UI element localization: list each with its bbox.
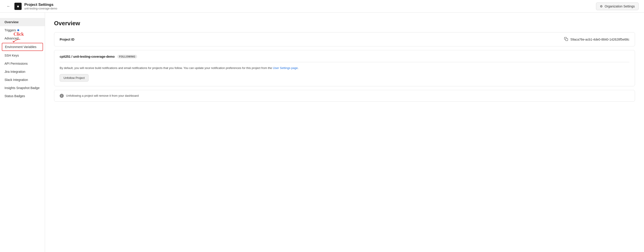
sidebar-item-wrapper-insights-badge: Insights Snapshot Badge [0,84,45,92]
sidebar-item-label-advanced: Advanced [4,37,18,40]
sidebar-item-label-env-vars: Environment Variables [5,45,36,49]
follow-desc-part2: . [298,66,298,70]
sidebar-item-label-status-badges: Status Badges [4,94,25,98]
sidebar-item-ssh-keys[interactable]: SSH Keys [0,51,45,60]
user-settings-link[interactable]: User Settings page [273,66,298,70]
sidebar-item-wrapper-jira-integration: Jira Integration [0,68,45,76]
sidebar-item-label-slack-integration: Slack Integration [4,78,28,82]
project-id-text: 59aca76e-acb1-4de0-8840-142628f5e68c [570,38,629,41]
unfollow-button[interactable]: Unfollow Project [60,74,88,82]
sidebar-item-wrapper-env-vars: Environment VariablesClick [0,43,45,51]
follow-card: cpit251 / unit-testing-coverage-demo FOL… [54,50,635,86]
divider [60,62,629,62]
sidebar: OverviewTriggersAdvancedEnvironment Vari… [0,13,45,252]
overview-title: Overview [54,20,635,27]
sidebar-item-wrapper-slack-integration: Slack Integration [0,76,45,84]
info-text: Unfollowing a project will remove it fro… [66,94,139,97]
sidebar-item-jira-integration[interactable]: Jira Integration [0,68,45,76]
sidebar-item-slack-integration[interactable]: Slack Integration [0,76,45,84]
gear-icon: ⚙ [600,5,603,8]
header-title-block: Project Settings unit-testing-coverage-d… [24,3,57,10]
sidebar-item-label-overview: Overview [4,20,18,24]
sidebar-item-advanced[interactable]: Advanced [0,34,45,42]
info-row: i Unfollowing a project will remove it f… [54,90,635,102]
project-id-row: Project ID 59aca76e-acb1-4de0-8840-14262… [60,37,629,42]
follow-description: By default, you will receive build notif… [60,66,629,71]
project-subtitle: unit-testing-coverage-demo [24,7,57,10]
sidebar-item-label-triggers: Triggers [4,28,16,32]
sidebar-item-label-api-permissions: API Permissions [4,62,28,65]
sidebar-item-api-permissions[interactable]: API Permissions [0,60,45,68]
header-left: ← ■ Project Settings unit-testing-covera… [6,3,57,10]
svg-rect-1 [566,39,568,41]
project-id-label: Project ID [60,38,74,41]
org-settings-button[interactable]: ⚙ Organization Settings [596,3,638,10]
project-id-card: Project ID 59aca76e-acb1-4de0-8840-14262… [54,32,635,47]
sidebar-item-triggers[interactable]: Triggers [0,26,45,34]
sidebar-item-insights-badge[interactable]: Insights Snapshot Badge [0,84,45,92]
follow-header: cpit251 / unit-testing-coverage-demo FOL… [60,55,629,58]
sidebar-item-wrapper-advanced: Advanced [0,34,45,42]
sidebar-item-label-jira-integration: Jira Integration [4,70,26,74]
sidebar-item-wrapper-api-permissions: API Permissions [0,60,45,68]
sidebar-item-label-insights-badge: Insights Snapshot Badge [4,86,40,90]
copy-icon[interactable] [564,37,568,42]
back-button[interactable]: ← [6,3,12,10]
sidebar-dot-triggers [17,29,19,31]
sidebar-item-env-vars[interactable]: Environment Variables [2,43,43,51]
sidebar-item-wrapper-status-badges: Status Badges [0,92,45,100]
repo-name: cpit251 / unit-testing-coverage-demo [60,55,114,58]
following-badge: FOLLOWING [117,55,137,58]
sidebar-item-status-badges[interactable]: Status Badges [0,92,45,100]
org-settings-label: Organization Settings [604,5,635,8]
sidebar-item-wrapper-ssh-keys: SSH Keys [0,51,45,60]
info-icon: i [60,94,64,98]
header: ← ■ Project Settings unit-testing-covera… [0,0,644,13]
main-content: Overview Project ID 59aca76e-acb1-4de0-8… [45,13,644,252]
sidebar-item-label-ssh-keys: SSH Keys [4,54,19,57]
sidebar-item-overview[interactable]: Overview [0,18,45,26]
project-id-value-group: 59aca76e-acb1-4de0-8840-142628f5e68c [564,37,629,42]
sidebar-item-wrapper-overview: Overview [0,18,45,26]
follow-desc-part1: By default, you will receive build notif… [60,66,273,70]
main-layout: OverviewTriggersAdvancedEnvironment Vari… [0,13,644,252]
project-icon: ■ [14,3,22,10]
sidebar-item-wrapper-triggers: Triggers [0,26,45,34]
page-title-header: Project Settings [24,3,57,7]
